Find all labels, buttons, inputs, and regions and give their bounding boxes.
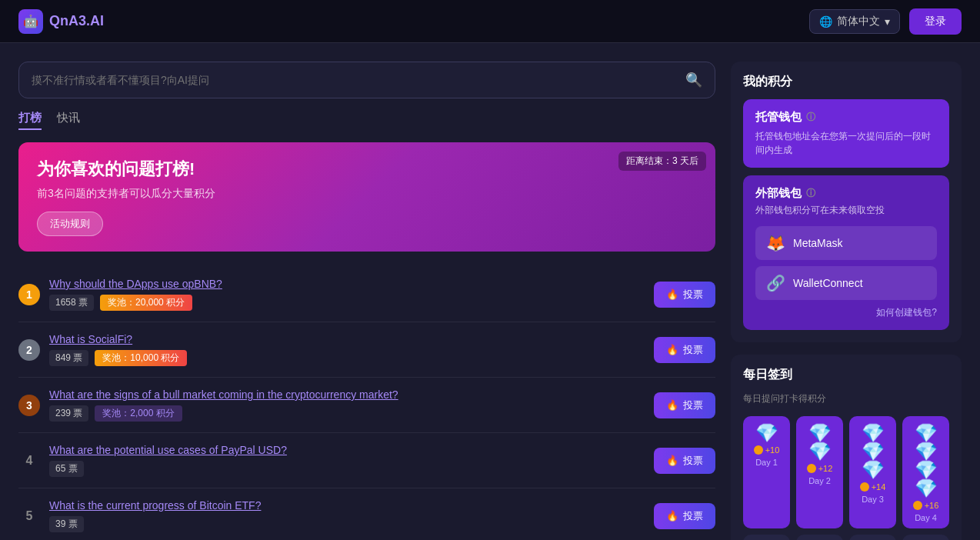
language-selector[interactable]: 🌐 简体中文 ▾	[809, 9, 900, 34]
question-tags: 239 票 奖池：2,000 积分	[49, 405, 645, 422]
question-content: What are the signs of a bull market comi…	[49, 388, 645, 422]
vote-button[interactable]: 🔥 投票	[654, 448, 715, 474]
crystal-icon: 💎💎💎💎	[907, 424, 945, 498]
vote-button[interactable]: 🔥 投票	[654, 503, 715, 529]
custody-wallet-desc: 托管钱包地址会在您第一次提问后的一段时间内生成	[755, 129, 937, 157]
rank-medal-1: 1	[18, 284, 40, 305]
table-row: 2 What is SocialFi? 849 票 奖池：10,000 积分 🔥…	[18, 322, 715, 378]
banner-subtitle: 前3名问题的支持者可以瓜分大量积分	[37, 187, 697, 201]
question-content: Why should the DApps use opBNB? 1658 票 奖…	[49, 278, 645, 311]
question-tags: 65 票	[49, 461, 645, 477]
question-content: What are the potential use cases of PayP…	[49, 444, 645, 477]
search-input[interactable]	[32, 74, 685, 86]
vote-button[interactable]: 🔥 投票	[654, 337, 715, 363]
banner-title: 为你喜欢的问题打榜!	[37, 158, 697, 181]
checkin-card: 每日签到 每日提问打卡得积分 💎 +10 Day 1 💎💎 +12	[731, 355, 962, 540]
login-button[interactable]: 登录	[909, 8, 962, 35]
walletconnect-icon: 🔗	[766, 274, 785, 292]
checkin-day-6: 💎 Day 6	[796, 535, 843, 540]
custody-wallet-title: 托管钱包 ⓘ	[755, 110, 937, 125]
external-wallet-card: 外部钱包 ⓘ 外部钱包积分可在未来领取空投 🦊 MetaMask 🔗 Walle…	[743, 175, 949, 330]
table-row: 1 Why should the DApps use opBNB? 1658 票…	[18, 267, 715, 322]
question-title[interactable]: What are the signs of a bull market comi…	[49, 388, 645, 401]
info-icon: ⓘ	[806, 187, 815, 200]
checkin-day-7: 💎 Day 7	[849, 535, 896, 540]
checkin-grid-row2: 💎 Day 5 💎 Day 6 💎 Day 7 💎 Day 8	[743, 535, 949, 540]
checkin-day-4: 💎💎💎💎 +16 Day 4	[902, 416, 949, 528]
question-tags: 39 票	[49, 516, 645, 532]
day2-label: Day 2	[808, 476, 831, 485]
coin-icon	[913, 501, 922, 510]
create-wallet-link[interactable]: 如何创建钱包?	[755, 306, 937, 319]
checkin-day-3: 💎💎💎 +14 Day 3	[849, 416, 896, 528]
tab-news[interactable]: 快讯	[57, 111, 80, 130]
table-row: 3 What are the signs of a bull market co…	[18, 378, 715, 433]
walletconnect-option[interactable]: 🔗 WalletConnect	[755, 266, 937, 300]
vote-button[interactable]: 🔥 投票	[654, 282, 715, 308]
vote-count: 39 票	[49, 516, 84, 532]
vote-count: 849 票	[49, 350, 88, 366]
checkin-day-2: 💎💎 +12 Day 2	[796, 416, 843, 528]
points-title: 我的积分	[743, 74, 949, 90]
vote-button[interactable]: 🔥 投票	[654, 392, 715, 418]
search-button[interactable]: 🔍	[685, 72, 702, 88]
checkin-grid-row1: 💎 +10 Day 1 💎💎 +12 Day 2 💎	[743, 416, 949, 528]
checkin-desc: 每日提问打卡得积分	[743, 392, 949, 405]
chevron-down-icon: ▾	[885, 15, 890, 28]
question-tags: 1658 票 奖池：20,000 积分	[49, 295, 645, 311]
external-wallet-desc: 外部钱包积分可在未来领取空投	[755, 204, 937, 217]
banner-countdown: 距离结束：3 天后	[618, 152, 706, 171]
coin-icon	[754, 445, 763, 455]
tabs: 打榜 快讯	[18, 111, 715, 130]
checkin-title: 每日签到	[743, 367, 949, 383]
day3-points: +14	[860, 482, 886, 492]
banner-rules-button[interactable]: 活动规则	[37, 212, 103, 236]
table-row: 5 What is the current progress of Bitcoi…	[18, 488, 715, 540]
day4-points: +16	[913, 501, 939, 510]
question-title[interactable]: Why should the DApps use opBNB?	[49, 278, 645, 290]
logo-accent: AI	[90, 13, 104, 28]
metamask-icon: 🦊	[766, 234, 785, 252]
crystal-icon: 💎💎	[801, 424, 838, 461]
rank-number: 4	[18, 454, 40, 468]
vote-count: 65 票	[49, 461, 84, 477]
reward-tag: 奖池：10,000 积分	[95, 350, 187, 366]
day1-points: +10	[754, 445, 780, 455]
rank-medal-3: 3	[18, 395, 40, 416]
checkin-day-5: 💎 Day 5	[743, 535, 790, 540]
logo-icon: 🤖	[18, 9, 43, 34]
external-wallet-title: 外部钱包 ⓘ	[755, 186, 937, 201]
vote-count: 239 票	[49, 405, 88, 422]
globe-icon: 🌐	[819, 15, 832, 28]
question-tags: 849 票 奖池：10,000 积分	[49, 350, 645, 366]
coin-icon	[807, 464, 816, 473]
header: 🤖 QnA3.AI 🌐 简体中文 ▾ 登录	[0, 0, 980, 43]
header-right: 🌐 简体中文 ▾ 登录	[809, 8, 962, 35]
crystal-icon: 💎💎💎	[854, 424, 892, 479]
lang-label: 简体中文	[837, 15, 880, 28]
checkin-day-8: 💎 Day 8	[902, 535, 949, 540]
tab-ranking[interactable]: 打榜	[18, 111, 42, 130]
day4-label: Day 4	[915, 513, 937, 522]
coin-icon	[860, 482, 869, 492]
reward-tag: 奖池：2,000 积分	[95, 405, 182, 422]
question-title[interactable]: What is the current progress of Bitcoin …	[49, 499, 645, 512]
rank-number: 5	[18, 509, 40, 523]
question-content: What is SocialFi? 849 票 奖池：10,000 积分	[49, 333, 645, 366]
metamask-option[interactable]: 🦊 MetaMask	[755, 226, 937, 260]
question-content: What is the current progress of Bitcoin …	[49, 499, 645, 532]
day1-label: Day 1	[755, 458, 778, 467]
logo: 🤖 QnA3.AI	[18, 9, 104, 34]
day3-label: Day 3	[862, 495, 884, 504]
logo-main: QnA3.	[49, 13, 90, 28]
points-card: 我的积分 托管钱包 ⓘ 托管钱包地址会在您第一次提问后的一段时间内生成 外部钱包…	[731, 62, 962, 342]
walletconnect-label: WalletConnect	[793, 277, 863, 289]
banner: 距离结束：3 天后 为你喜欢的问题打榜! 前3名问题的支持者可以瓜分大量积分 活…	[18, 142, 715, 252]
vote-count: 1658 票	[49, 295, 94, 311]
crystal-icon: 💎	[755, 424, 778, 442]
info-icon: ⓘ	[806, 111, 815, 124]
question-list: 1 Why should the DApps use opBNB? 1658 票…	[18, 267, 715, 540]
question-title[interactable]: What are the potential use cases of PayP…	[49, 444, 645, 456]
question-title[interactable]: What is SocialFi?	[49, 333, 645, 345]
reward-tag: 奖池：20,000 积分	[100, 295, 192, 311]
